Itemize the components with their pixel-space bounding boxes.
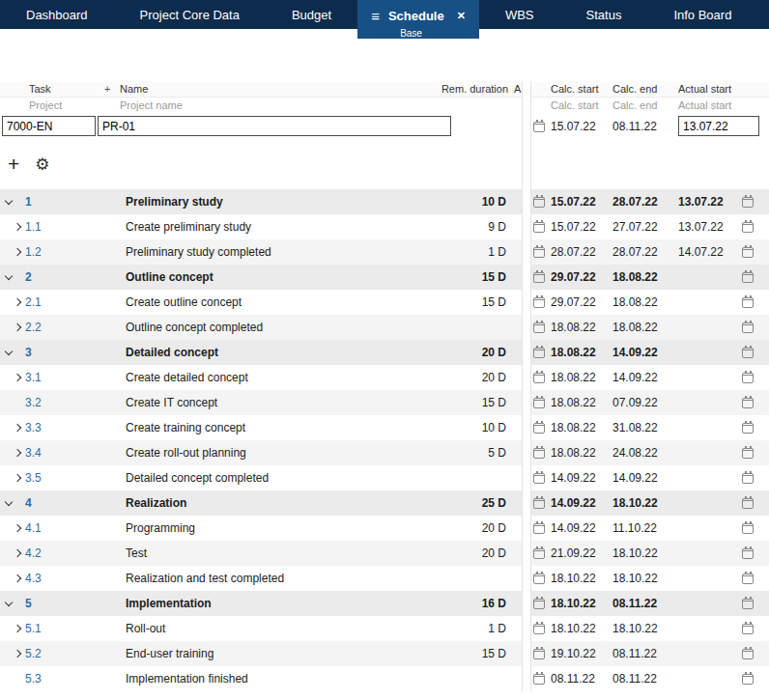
task-row-3.1[interactable]: 3.1Create detailed concept20 D18.08.2214… [0,365,769,390]
rem-duration-column-header[interactable]: Rem. duration [441,83,508,95]
calendar-icon[interactable] [742,222,754,233]
calendar-icon[interactable] [533,523,545,534]
calendar-icon[interactable] [533,197,545,208]
calendar-icon[interactable] [533,649,545,659]
calendar-icon[interactable] [742,498,754,509]
calendar-icon[interactable] [533,348,545,358]
task-row-4.3[interactable]: 4.3Realization and test completed18.10.2… [0,566,769,591]
project-id-input[interactable] [2,116,96,136]
calendar-icon[interactable] [742,548,754,559]
chevron-down-icon[interactable] [5,196,13,204]
calendar-icon[interactable] [742,674,754,685]
project-actual-start-input[interactable] [678,116,759,136]
chevron-right-icon[interactable] [14,625,21,632]
chevron-right-icon[interactable] [14,524,21,532]
task-row-3[interactable]: 3Detailed concept20 D18.08.2214.09.22 [0,340,769,365]
tab-status[interactable]: Status [560,0,648,29]
chevron-right-icon[interactable] [14,323,21,331]
calendar-icon[interactable] [533,297,545,308]
calendar-icon[interactable] [742,574,754,584]
chevron-down-icon[interactable] [5,598,13,605]
task-row-4.2[interactable]: 4.2Test20 D21.09.2218.10.22 [0,541,769,566]
gear-icon[interactable]: ⚙ [35,154,49,175]
cut-off-column-header[interactable]: A [508,83,522,95]
chevron-down-icon[interactable] [5,271,13,279]
calendar-icon[interactable] [742,297,754,308]
tab-wbs[interactable]: WBS [479,0,560,29]
project-name-input[interactable] [98,116,451,136]
task-row-4[interactable]: 4Realization25 D14.09.2218.10.22 [0,490,769,516]
calendar-icon[interactable] [533,272,545,283]
calc-start-column-header[interactable]: Calc. start [551,83,612,95]
calendar-icon[interactable] [533,473,545,484]
task-row-1.1[interactable]: 1.1Create preliminary study9 D15.07.2227… [0,214,769,239]
task-row-5.1[interactable]: 5.1Roll-out1 D18.10.2218.10.22 [0,616,769,641]
chevron-right-icon[interactable] [14,574,21,582]
calendar-icon[interactable] [742,322,754,333]
calendar-icon[interactable] [742,423,754,434]
calendar-icon[interactable] [742,373,754,383]
calendar-icon[interactable] [742,197,754,208]
task-row-5[interactable]: 5Implementation16 D18.10.2208.11.22 [0,591,769,616]
calendar-icon[interactable] [742,599,754,609]
calendar-icon[interactable] [533,373,545,383]
calendar-icon[interactable] [533,398,545,408]
calendar-icon[interactable] [742,247,754,258]
calendar-icon[interactable] [742,448,754,459]
task-row-4.1[interactable]: 4.1Programming20 D14.09.2211.10.22 [0,516,769,541]
tab-dashboard[interactable]: Dashboard [0,0,114,29]
task-row-3.3[interactable]: 3.3Create training concept10 D18.08.2231… [0,415,769,440]
calc-end-column-header[interactable]: Calc. end [612,83,678,95]
chevron-right-icon[interactable] [14,374,21,381]
task-row-5.3[interactable]: 5.3Implementation finished08.11.2208.11.… [0,666,769,691]
calendar-icon[interactable] [742,523,754,534]
tab-schedule[interactable]: ≡Schedule✕Base [357,0,479,39]
close-icon[interactable]: ✕ [457,10,466,22]
chevron-right-icon[interactable] [14,549,21,557]
calendar-icon[interactable] [533,423,545,434]
task-row-2[interactable]: 2Outline concept15 D29.07.2218.08.22 [0,265,769,290]
calendar-icon[interactable] [533,122,545,132]
name-column-header[interactable]: Name [120,83,441,95]
chevron-right-icon[interactable] [14,424,21,432]
menu-icon[interactable]: ≡ [371,9,380,23]
task-row-1.2[interactable]: 1.2Preliminary study completed1 D28.07.2… [0,239,769,265]
chevron-right-icon[interactable] [14,223,21,231]
add-column-icon[interactable]: + [104,83,120,95]
calendar-icon[interactable] [742,348,754,358]
calendar-icon[interactable] [533,674,545,685]
chevron-down-icon[interactable] [5,497,13,505]
calendar-icon[interactable] [533,548,545,559]
task-row-3.2[interactable]: 3.2Create IT concept15 D18.08.2207.09.22 [0,390,769,415]
chevron-right-icon[interactable] [14,298,21,306]
calendar-icon[interactable] [742,624,754,634]
calendar-icon[interactable] [742,272,754,283]
calendar-icon[interactable] [533,574,545,584]
tab-project-core-data[interactable]: Project Core Data [114,0,266,29]
actual-start-column-header[interactable]: Actual start [678,83,740,95]
chevron-right-icon[interactable] [14,449,21,457]
calendar-icon[interactable] [533,222,545,233]
calendar-icon[interactable] [742,649,754,659]
calendar-icon[interactable] [742,398,754,408]
chevron-right-icon[interactable] [14,248,21,256]
task-row-3.5[interactable]: 3.5Detailed concept completed14.09.2214.… [0,465,769,490]
task-row-1[interactable]: 1Preliminary study10 D15.07.2228.07.2213… [0,189,769,214]
tab-budget[interactable]: Budget [266,0,357,29]
chevron-down-icon[interactable] [5,347,13,354]
task-row-5.2[interactable]: 5.2End-user training15 D19.10.2208.11.22 [0,641,769,666]
add-task-icon[interactable]: + [8,154,19,174]
calendar-icon[interactable] [533,599,545,609]
calendar-icon[interactable] [533,448,545,459]
calendar-icon[interactable] [533,247,545,258]
calendar-icon[interactable] [533,498,545,509]
task-column-header[interactable]: Task [29,83,104,95]
chevron-right-icon[interactable] [14,474,21,482]
calendar-icon[interactable] [533,624,545,634]
task-row-3.4[interactable]: 3.4Create roll-out planning5 D18.08.2224… [0,440,769,465]
calendar-icon[interactable] [742,473,754,484]
task-row-2.1[interactable]: 2.1Create outline concept15 D29.07.2218.… [0,290,769,315]
chevron-right-icon[interactable] [14,650,21,658]
tab-info-board[interactable]: Info Board [647,0,757,29]
calendar-icon[interactable] [533,322,545,333]
